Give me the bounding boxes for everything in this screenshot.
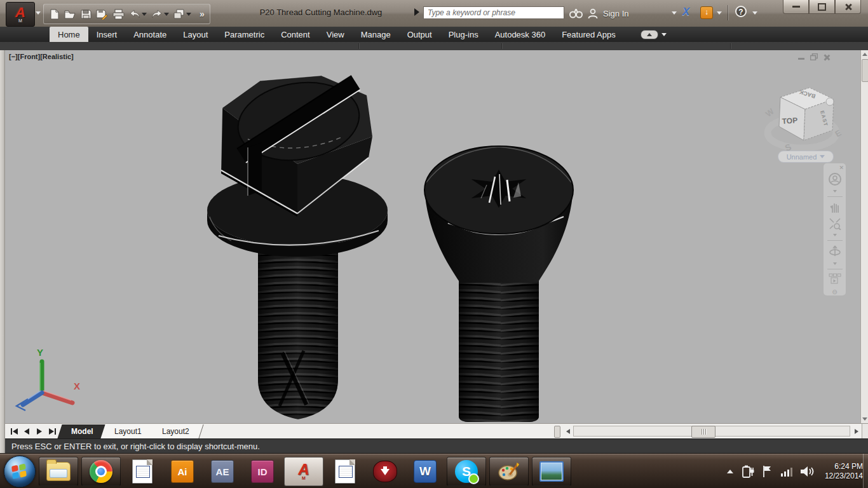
taskbar-adobe-after-effects[interactable]: AE (204, 457, 241, 486)
sheet-set-button[interactable] (173, 9, 191, 19)
drawing-close-icon[interactable] (824, 54, 830, 60)
taskbar-microsoft-word[interactable]: W (407, 457, 444, 486)
hex-head-bolt[interactable] (207, 74, 388, 419)
showmotion-icon[interactable] (829, 273, 841, 285)
3d-model-screws[interactable] (5, 50, 860, 423)
navbar-minus-icon[interactable]: ⊖ (832, 288, 837, 295)
drawing-restore-icon[interactable] (810, 53, 818, 60)
taskbar-skype[interactable]: S (447, 457, 486, 486)
tab-output[interactable]: Output (399, 27, 440, 42)
close-button[interactable] (835, 0, 861, 14)
viewcube-corner-grip[interactable] (826, 98, 834, 105)
vertical-scrollbar[interactable] (860, 50, 868, 423)
taskbar-spreadsheet-document-2[interactable] (327, 457, 363, 486)
previous-tab-button[interactable] (22, 426, 32, 437)
sign-in-button[interactable]: Sign In (603, 9, 628, 18)
ribbon-minimize-button[interactable] (641, 27, 667, 42)
tab-manage[interactable]: Manage (353, 27, 399, 42)
taskbar-adobe-indesign[interactable]: ID (244, 457, 281, 486)
redo-button[interactable] (151, 10, 169, 19)
navbar-caret-icon[interactable] (833, 234, 837, 236)
redo-caret-icon[interactable] (164, 13, 169, 16)
save-button[interactable] (81, 9, 92, 20)
search-input[interactable] (423, 6, 564, 19)
scroll-down-icon[interactable] (862, 417, 867, 421)
sheet-set-caret-icon[interactable] (186, 13, 191, 16)
help-button[interactable]: ? (735, 6, 747, 17)
app-menu-caret-icon[interactable] (36, 11, 41, 15)
tab-home[interactable]: Home (50, 27, 88, 42)
action-center-flag-icon[interactable] (763, 465, 773, 478)
download-caret-icon[interactable] (717, 11, 722, 15)
taskbar-photo-viewer[interactable] (532, 457, 571, 486)
qat-more-button[interactable]: » (200, 9, 205, 19)
navbar-close-icon[interactable]: ✕ (839, 165, 844, 171)
zoom-extents-icon[interactable] (829, 217, 841, 230)
compass-west[interactable]: W (764, 106, 776, 119)
show-desktop-button[interactable] (863, 454, 868, 488)
battery-power-icon[interactable] (742, 464, 754, 478)
user-icon[interactable] (588, 8, 598, 19)
tab-layout[interactable]: Layout (175, 27, 216, 42)
first-tab-button[interactable] (9, 426, 19, 437)
pan-hand-icon[interactable] (829, 201, 841, 214)
autodesk-exchange-icon[interactable]: X (682, 6, 689, 18)
drawing-viewport[interactable]: [−][Front][Realistic] W S E BACK TOP EAS… (5, 50, 860, 423)
steering-wheel-icon[interactable] (828, 172, 842, 186)
taskbar-google-chrome[interactable] (81, 457, 121, 486)
taskbar-paint[interactable] (489, 457, 529, 486)
navigation-bar[interactable]: ✕ ⊖ (823, 163, 846, 296)
taskbar-adobe-illustrator[interactable]: Ai (164, 457, 201, 486)
search-binoculars-icon[interactable] (569, 8, 583, 18)
drawing-minimize-icon[interactable] (798, 58, 804, 60)
help-caret-icon[interactable] (752, 11, 757, 15)
countersunk-screw[interactable] (424, 146, 573, 422)
tab-plugins[interactable]: Plug-ins (440, 27, 487, 42)
tab-autodesk360[interactable]: Autodesk 360 (487, 27, 554, 42)
tab-layout2[interactable]: Layout2 (149, 424, 204, 438)
minimize-button[interactable] (783, 0, 809, 14)
next-tab-button[interactable] (34, 426, 44, 437)
sign-in-caret-icon[interactable] (672, 11, 677, 15)
new-file-button[interactable] (49, 9, 60, 20)
horizontal-scroll-thumb[interactable] (691, 426, 715, 438)
network-signal-icon[interactable] (781, 466, 792, 477)
navbar-caret-icon[interactable] (833, 190, 837, 193)
tab-model[interactable]: Model (57, 424, 107, 438)
viewcube-named-view-dropdown[interactable]: Unnamed (778, 151, 834, 163)
vertical-scroll-thumb[interactable] (862, 59, 868, 82)
plot-button[interactable] (112, 9, 125, 20)
exchange-download-icon[interactable]: ↓ (700, 6, 713, 19)
taskbar-spreadsheet-document[interactable] (124, 457, 161, 486)
tab-insert[interactable]: Insert (88, 27, 126, 42)
taskbar-windows-explorer[interactable] (39, 457, 78, 486)
scroll-left-button[interactable] (563, 426, 573, 437)
taskbar-clock[interactable]: 6:24 PM 12/23/2014 (825, 462, 863, 481)
restore-button[interactable] (809, 0, 835, 14)
viewport-controls-label[interactable]: [−][Front][Realistic] (9, 53, 74, 60)
save-as-button[interactable] (96, 9, 108, 20)
taskbar-autocad[interactable]: A M (284, 457, 323, 486)
tab-parametric[interactable]: Parametric (216, 27, 273, 42)
start-button[interactable] (4, 456, 36, 487)
last-tab-button[interactable] (47, 426, 57, 437)
tab-annotate[interactable]: Annotate (125, 27, 175, 42)
taskbar-video-downloader[interactable] (367, 457, 403, 486)
volume-icon[interactable] (801, 466, 815, 477)
ribbon-minimize-caret-icon[interactable] (661, 33, 667, 36)
navbar-caret-icon[interactable] (833, 262, 837, 265)
undo-caret-icon[interactable] (142, 13, 147, 16)
application-menu-button[interactable]: A M (6, 2, 35, 27)
open-file-button[interactable] (64, 9, 76, 20)
tab-view[interactable]: View (318, 27, 353, 42)
tab-content[interactable]: Content (273, 27, 318, 42)
tab-layout1[interactable]: Layout1 (100, 424, 156, 438)
search-go-icon[interactable] (414, 8, 419, 16)
scroll-right-button[interactable] (851, 426, 862, 437)
orbit-icon[interactable] (829, 245, 841, 259)
scrollbar-splitter-handle[interactable] (554, 426, 560, 438)
tab-featured-apps[interactable]: Featured Apps (553, 27, 624, 42)
scroll-up-icon[interactable] (862, 53, 867, 56)
show-hidden-icons-button[interactable] (727, 470, 733, 473)
undo-button[interactable] (129, 10, 147, 19)
